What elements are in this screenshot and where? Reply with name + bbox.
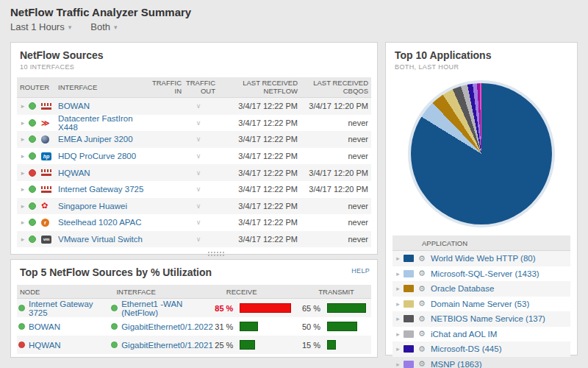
list-item: ▸ ⚙ Microsoft-SQL-Server (1433): [392, 266, 570, 282]
router-link[interactable]: Singapore Huawei: [58, 202, 127, 210]
status-dot: [18, 323, 25, 330]
receive-percent: 31 %: [215, 322, 240, 331]
router-link[interactable]: Steelhead 1020 APAC: [58, 218, 142, 227]
last-netflow-cell: 3/4/17 12:22 PM: [215, 185, 298, 194]
router-link[interactable]: HDQ ProCurve 2800: [58, 152, 136, 160]
traffic-out-chevron-icon[interactable]: ∨: [182, 119, 215, 127]
expand-arrow-icon[interactable]: ▸: [17, 185, 29, 193]
expand-arrow-icon[interactable]: ▸: [17, 119, 29, 127]
brocade-icon: ≫: [41, 119, 50, 127]
legend-swatch: [404, 285, 414, 292]
table-row: ▸ vm VMware Virtual Switch ∨ 3/4/17 12:2…: [17, 231, 371, 248]
status-dot: [18, 305, 25, 311]
gear-icon: ⚙: [418, 284, 431, 294]
chevron-down-icon: ▾: [68, 24, 72, 31]
utilization-panel: HELP Top 5 NetFlow Sources by % Utilizat…: [10, 259, 378, 358]
interface-link[interactable]: Ethernet1 -WAN (NetFlow): [121, 300, 215, 317]
panel-drag-handle[interactable]: [207, 251, 225, 256]
expand-arrow-icon[interactable]: ▸: [392, 285, 404, 292]
legend-swatch: [404, 300, 414, 308]
transmit-bar: [327, 322, 357, 331]
expand-arrow-icon[interactable]: ▸: [392, 255, 404, 262]
node-link[interactable]: Internet Gateway 3725: [29, 300, 111, 317]
list-item: ▸ ⚙ MSNP (1863): [392, 357, 570, 368]
help-link[interactable]: HELP: [351, 267, 370, 275]
applications-pie-chart[interactable]: [408, 80, 555, 227]
transmit-percent: 15 %: [302, 341, 327, 350]
application-link[interactable]: Oracle Database: [431, 284, 494, 293]
application-link[interactable]: NETBIOS Name Service (137): [431, 314, 545, 323]
router-link[interactable]: Datacenter FastIron X448: [58, 114, 133, 132]
legend-swatch: [404, 270, 414, 277]
time-range-dropdown[interactable]: Last 1 Hours ▾: [10, 21, 71, 32]
traffic-out-chevron-icon[interactable]: ∨: [182, 152, 215, 160]
cisco-icon: [41, 103, 51, 110]
expand-arrow-icon[interactable]: ▸: [17, 169, 29, 177]
col-traffic-out: TRAFFICOUT: [182, 79, 215, 96]
router-link[interactable]: HQWAN: [58, 169, 90, 177]
expand-arrow-icon[interactable]: ▸: [392, 300, 404, 308]
table-row: ▸ ✿ Singapore Huawei ∨ 3/4/17 12:22 PM n…: [17, 198, 371, 215]
expand-arrow-icon[interactable]: ▸: [17, 152, 29, 160]
application-link[interactable]: Microsoft-DS (445): [431, 344, 502, 353]
status-dot: [29, 119, 36, 127]
expand-arrow-icon[interactable]: ▸: [17, 135, 29, 143]
expand-arrow-icon[interactable]: ▸: [17, 202, 29, 210]
utilization-title: Top 5 NetFlow Sources by % Utilization: [20, 266, 368, 278]
node-link[interactable]: HQWAN: [29, 341, 61, 350]
expand-arrow-icon[interactable]: ▸: [392, 345, 404, 353]
traffic-out-chevron-icon[interactable]: ∨: [182, 102, 215, 110]
list-item: ▸ ⚙ iChat and AOL IM: [392, 327, 570, 342]
last-cbqos-cell: never: [298, 135, 371, 144]
traffic-out-chevron-icon[interactable]: ∨: [182, 236, 215, 243]
col-traffic-in: TRAFFICIN: [151, 79, 182, 96]
riverbed-icon: r: [41, 219, 49, 227]
time-range-value: Last 1 Hours: [10, 21, 65, 32]
expand-arrow-icon[interactable]: ▸: [17, 102, 29, 110]
direction-value: Both: [90, 21, 110, 32]
router-link[interactable]: Internet Gateway 3725: [58, 185, 143, 194]
table-row: ▸ hp HDQ ProCurve 2800 ∨ 3/4/17 12:22 PM…: [17, 148, 371, 165]
traffic-out-chevron-icon[interactable]: ∨: [182, 185, 215, 193]
last-netflow-cell: 3/4/17 12:22 PM: [215, 118, 298, 127]
table-row: ▸ HQWAN ∨ 3/4/17 12:22 PM 3/4/17 12:20 P…: [17, 164, 371, 181]
netflow-sources-subtitle: 10 INTERFACES: [20, 63, 368, 71]
gear-icon: ⚙: [418, 269, 431, 278]
status-dot: [29, 236, 36, 243]
traffic-out-chevron-icon[interactable]: ∨: [182, 202, 215, 210]
expand-arrow-icon[interactable]: ▸: [392, 361, 404, 368]
expand-arrow-icon[interactable]: ▸: [17, 236, 29, 243]
status-dot: [111, 323, 118, 330]
receive-percent: 85 %: [215, 304, 240, 313]
interface-link[interactable]: GigabitEthernet0/1.2021: [121, 341, 213, 350]
huawei-icon: ✿: [41, 202, 48, 210]
direction-dropdown[interactable]: Both ▾: [90, 21, 117, 32]
router-link[interactable]: BOWAN: [58, 102, 90, 110]
last-cbqos-cell: never: [298, 118, 371, 127]
last-cbqos-cell: 3/4/17 12:20 PM: [298, 185, 371, 194]
application-link[interactable]: World Wide Web HTTP (80): [431, 254, 536, 263]
router-link[interactable]: VMware Virtual Switch: [58, 235, 143, 244]
col-node: NODE: [17, 288, 116, 296]
applications-pie[interactable]: [411, 83, 552, 224]
traffic-out-chevron-icon[interactable]: ∨: [182, 135, 215, 143]
interface-link[interactable]: GigabitEthernet0/1.2022: [121, 322, 213, 331]
expand-arrow-icon[interactable]: ▸: [17, 219, 29, 226]
expand-arrow-icon[interactable]: ▸: [392, 330, 404, 338]
table-row: Internet Gateway 3725 Ethernet1 -WAN (Ne…: [17, 299, 371, 317]
transmit-percent: 50 %: [302, 322, 327, 331]
expand-arrow-icon[interactable]: ▸: [392, 315, 404, 322]
cisco-icon: [41, 186, 51, 193]
expand-arrow-icon[interactable]: ▸: [392, 270, 404, 277]
last-netflow-cell: 3/4/17 12:22 PM: [215, 235, 298, 244]
application-link[interactable]: MSNP (1863): [431, 360, 481, 368]
node-link[interactable]: BOWAN: [29, 322, 60, 331]
application-link[interactable]: Microsoft-SQL-Server (1433): [431, 269, 539, 278]
traffic-out-chevron-icon[interactable]: ∨: [182, 219, 215, 226]
netflow-sources-table: ROUTER INTERFACE TRAFFICIN TRAFFICOUT LA…: [17, 77, 371, 247]
router-link[interactable]: EMEA Juniper 3200: [58, 135, 133, 144]
traffic-out-chevron-icon[interactable]: ∨: [182, 169, 215, 177]
application-link[interactable]: Domain Name Server (53): [431, 300, 529, 308]
application-link[interactable]: iChat and AOL IM: [431, 330, 497, 339]
list-item: ▸ ⚙ Microsoft-DS (445): [392, 342, 570, 357]
